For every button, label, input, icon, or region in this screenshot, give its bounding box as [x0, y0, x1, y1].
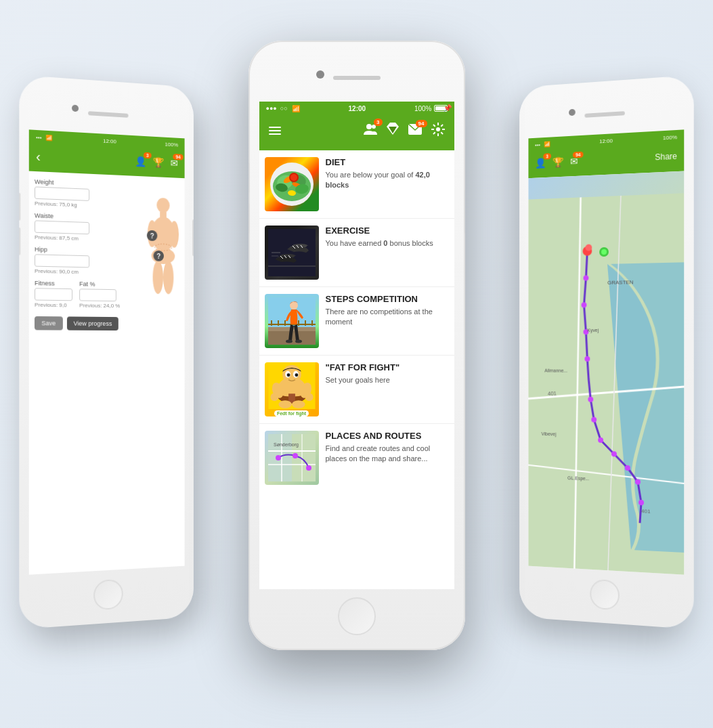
exercise-item[interactable]: EXERCISE You have earned 0 bonus blocks … [259, 219, 454, 287]
mail-icon-left[interactable]: ✉94 [171, 158, 178, 169]
center-right-icons: 3 94 [364, 123, 445, 140]
left-signal: ••• 📶 [36, 134, 53, 142]
vol-down-center [249, 203, 250, 234]
award-icon-left[interactable]: 🏆 [153, 156, 164, 168]
svg-point-88 [278, 400, 292, 408]
mail-badge-right: 94 [573, 152, 583, 158]
fitness-label: Fitness [35, 280, 72, 287]
award-svg [387, 123, 399, 136]
save-button[interactable]: Save [35, 316, 62, 330]
exercise-svg [268, 229, 316, 276]
center-header: ●●● ○○ 📶 12:00 100% [259, 102, 454, 150]
share-label[interactable]: Share [655, 152, 677, 163]
diet-content: DIET You are below your goal of 42,0 blo… [326, 157, 449, 191]
diet-desc: You are below your goal of 42,0 blocks [326, 170, 449, 191]
steps-thumb [265, 294, 319, 348]
friends-icon-right[interactable]: 👤3 [535, 157, 546, 169]
award-icon-right[interactable]: 🏆 [553, 156, 563, 168]
waiste-input[interactable] [35, 220, 89, 234]
fat-item[interactable]: Fedt for fight "FAT FOR FIGHT" Set your … [259, 356, 454, 424]
center-status-bar: ●●● ○○ 📶 12:00 100% [259, 102, 454, 115]
center-screen: ●●● ○○ 📶 12:00 100% [259, 102, 454, 589]
home-btn-left[interactable] [93, 579, 123, 611]
svg-point-98 [293, 453, 298, 458]
right-header: ••• 📶 12:00 100% 👤3 🏆 ✉94 Share [528, 129, 684, 178]
right-phone: ••• 📶 12:00 100% 👤3 🏆 ✉94 Share [519, 75, 694, 630]
svg-point-4 [170, 221, 179, 248]
svg-point-87 [305, 393, 313, 401]
view-progress-button[interactable]: View progress [66, 316, 118, 330]
right-nav-icons: 👤3 🏆 ✉94 [535, 156, 578, 169]
diet-item[interactable]: DIET You are below your goal of 42,0 blo… [259, 150, 454, 219]
menu-icon[interactable] [269, 127, 281, 135]
svg-text:GRASTEN: GRASTEN [607, 279, 634, 286]
svg-point-40 [436, 127, 440, 131]
svg-point-86 [270, 393, 278, 401]
svg-point-74 [286, 340, 293, 343]
settings-icon-center[interactable] [431, 123, 445, 140]
speaker-left [88, 111, 128, 118]
right-map: 401 401 Vibevej GL.Espe... GRASTEN Allma… [528, 171, 684, 575]
center-battery: 100% [414, 105, 448, 112]
steps-title: STEPS COMPETITION [326, 294, 449, 304]
steps-content: STEPS COMPETITION There are no competiti… [326, 294, 449, 328]
places-thumb: Sønderborg [265, 431, 319, 485]
left-phone: ••• 📶 12:00 100% ‹ 👤3 🏆 ✉94 [19, 75, 194, 630]
places-svg: Sønderborg [268, 434, 316, 481]
left-battery: 100% [165, 141, 178, 148]
body-silhouette [146, 196, 181, 301]
places-content: PLACES AND ROUTES Find and create routes… [326, 431, 449, 465]
settings-svg [431, 123, 445, 136]
side-btn-center [464, 190, 465, 234]
camera-left [72, 105, 79, 112]
fat-desc: Set your goals here [326, 375, 449, 385]
fat-input[interactable] [79, 288, 116, 301]
svg-point-99 [306, 465, 311, 471]
steps-desc: There are no competitions at the moment [326, 307, 449, 328]
mail-icon-center[interactable]: 94 [408, 124, 422, 138]
center-phone: ●●● ○○ 📶 12:00 100% [249, 41, 465, 650]
center-signal: ●●● ○○ 📶 [266, 105, 300, 112]
svg-point-75 [295, 340, 302, 343]
friends-badge-left: 3 [144, 152, 152, 159]
fat-thumb: Fedt for fight [265, 362, 319, 416]
fitness-input[interactable] [35, 288, 72, 301]
svg-text:Kyvej: Kyvej [587, 328, 599, 333]
award-icon-center[interactable] [387, 123, 399, 140]
action-buttons: Save View progress [35, 316, 179, 331]
fat-title: "FAT FOR FIGHT" [326, 362, 449, 372]
svg-point-48 [290, 174, 297, 181]
fitness-field: Fitness Previous: 9,0 [35, 280, 72, 308]
fat-badge-label: Fedt for fight [274, 410, 309, 416]
home-btn-right[interactable] [590, 579, 620, 611]
weight-field: Weight Previous: 75,0 kg [35, 178, 133, 210]
svg-text:Sønderborg: Sønderborg [274, 442, 299, 448]
home-btn-center[interactable] [338, 597, 376, 635]
menu-line-1 [269, 127, 281, 128]
fat-label: Fat % [79, 280, 120, 288]
camera-center [316, 70, 324, 79]
fat-content: "FAT FOR FIGHT" Set your goals here [326, 362, 449, 385]
mail-icon-right[interactable]: ✉94 [570, 156, 578, 167]
vol-up-left [19, 193, 20, 221]
svg-point-18 [584, 356, 590, 362]
left-content: ? ? Weight Previous: 75,0 kg Waiste Prev… [29, 171, 185, 338]
right-battery: 100% [663, 134, 677, 141]
hipp-input[interactable] [35, 254, 89, 267]
steps-item[interactable]: STEPS COMPETITION There are no competiti… [259, 287, 454, 356]
menu-line-2 [269, 130, 281, 131]
diet-thumb [265, 157, 319, 211]
places-image: Sønderborg [265, 431, 319, 485]
friends-icon-left[interactable]: 👤3 [135, 156, 146, 167]
center-time: 12:00 [349, 105, 366, 112]
speaker-center [333, 76, 381, 80]
friends-icon-center[interactable]: 3 [364, 123, 377, 140]
svg-point-82 [295, 373, 298, 377]
back-icon[interactable]: ‹ [36, 148, 41, 165]
fat-svg [268, 362, 316, 409]
svg-point-0 [156, 198, 169, 213]
weight-input[interactable] [35, 186, 89, 201]
feed-container: DIET You are below your goal of 42,0 blo… [259, 150, 454, 589]
places-item[interactable]: Sønderborg PLACES AND ROUTES Find and cr… [259, 424, 454, 492]
left-header: ••• 📶 12:00 100% ‹ 👤3 🏆 ✉94 [29, 129, 185, 178]
